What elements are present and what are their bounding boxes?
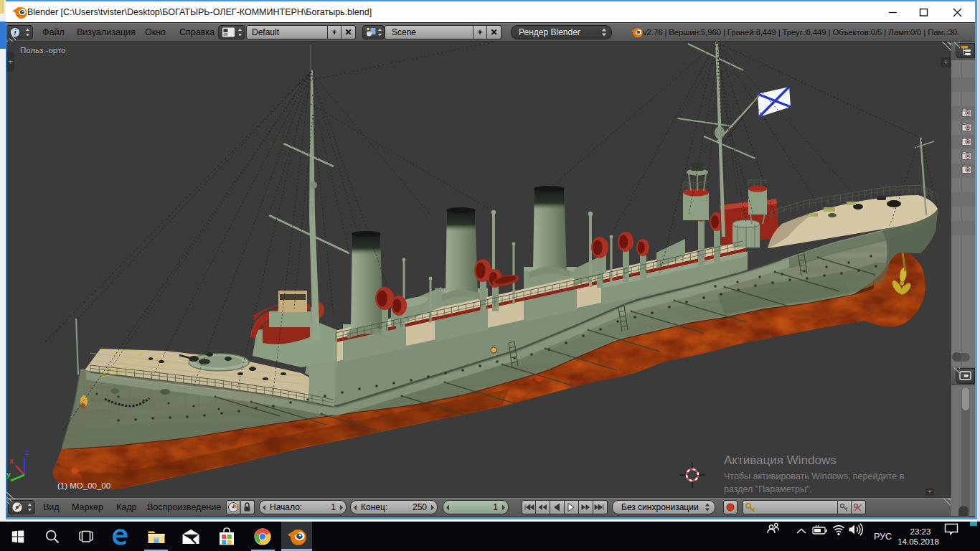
svg-text:z: z [25, 448, 29, 456]
svg-text:x: x [9, 456, 14, 465]
svg-text:y: y [6, 470, 11, 479]
